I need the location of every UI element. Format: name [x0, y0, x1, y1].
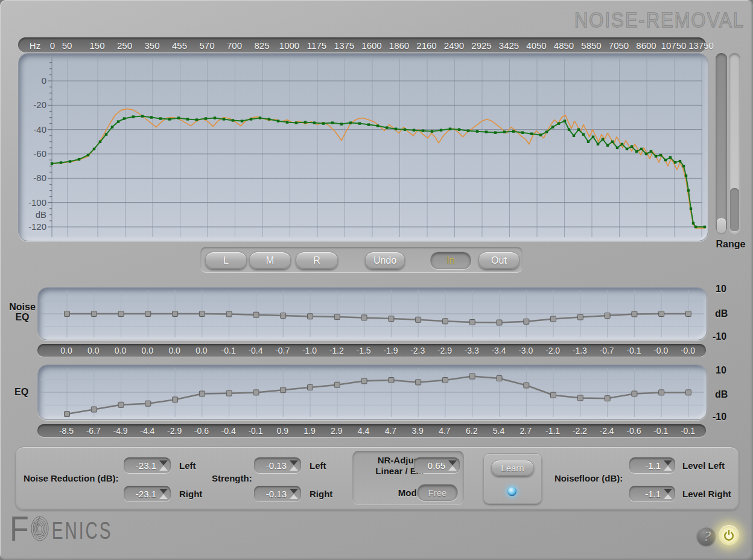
noise-eq-handle[interactable]	[497, 320, 502, 325]
noise-eq-handle[interactable]	[389, 316, 394, 322]
noise-eq-handle[interactable]	[334, 314, 340, 320]
eq-handle[interactable]	[361, 378, 367, 384]
noise-eq-handle[interactable]	[361, 315, 367, 320]
channel-left-button[interactable]: L	[205, 252, 247, 269]
range-label: Range	[713, 239, 748, 250]
eq-handle[interactable]	[469, 374, 475, 379]
noise-reduction-left-channel-label: Left	[179, 460, 196, 471]
noise-eq-editor[interactable]	[37, 287, 707, 340]
noise-eq-handle[interactable]	[577, 314, 583, 320]
range-slider-track[interactable]	[716, 53, 727, 233]
eq-handle[interactable]	[577, 395, 583, 401]
noise-eq-handle[interactable]	[91, 311, 97, 317]
eq-handle[interactable]	[226, 390, 232, 396]
eq-handle[interactable]	[551, 392, 556, 398]
eq-handle[interactable]	[118, 402, 124, 407]
eq-handle[interactable]	[308, 384, 313, 390]
nr-adjust-spinner[interactable]: 0.65	[414, 457, 460, 473]
noise-eq-handle[interactable]	[199, 311, 205, 317]
noise-eq-handle[interactable]	[173, 311, 178, 317]
eq-editor[interactable]	[37, 364, 707, 420]
noise-eq-value: -0.4	[248, 346, 262, 355]
eq-handle[interactable]	[605, 396, 610, 401]
eq-value: 0.9	[277, 426, 288, 436]
noise-eq-handle[interactable]	[442, 319, 448, 324]
eq-handle[interactable]	[442, 378, 448, 383]
help-button[interactable]: ?	[697, 527, 716, 546]
noise-eq-handle[interactable]	[226, 311, 232, 317]
eq-handle[interactable]	[685, 390, 691, 395]
noise-eq-handle[interactable]	[551, 316, 556, 322]
spectrum-marker	[105, 133, 107, 136]
eq-handle[interactable]	[416, 380, 421, 385]
noise-eq-handle[interactable]	[632, 311, 637, 317]
noisefloor-left-spinner[interactable]: -1.1	[629, 457, 675, 473]
eq-handle[interactable]	[281, 387, 286, 393]
eq-value: 6.2	[466, 426, 477, 436]
range-slider-thumb[interactable]	[717, 218, 726, 233]
strength-right-spinner[interactable]: -0.13	[254, 486, 301, 501]
strength-right-channel-label: Right	[310, 489, 332, 499]
freq-label: 250	[117, 40, 132, 50]
noise-reduction-left-spinner[interactable]: -23.1	[124, 457, 171, 473]
spectrum-display[interactable]: 0-20-40-60-80-100-120dB	[18, 53, 708, 241]
learn-button[interactable]: Learn	[491, 460, 534, 476]
eq-handle[interactable]	[145, 401, 151, 406]
eq-handle[interactable]	[632, 391, 637, 396]
noise-eq-handle[interactable]	[524, 319, 529, 324]
spinner-arrows-icon[interactable]	[664, 489, 672, 499]
eq-handle[interactable]	[253, 390, 259, 395]
eq-handle[interactable]	[91, 407, 97, 412]
monitor-out-button[interactable]: Out	[478, 252, 519, 269]
spinner-arrows-icon[interactable]	[290, 460, 298, 471]
noise-eq-handle[interactable]	[253, 312, 259, 317]
noisefloor-right-spinner[interactable]: -1.1	[629, 486, 675, 501]
noise-eq-handle[interactable]	[659, 311, 664, 317]
channel-mid-button[interactable]: M	[249, 252, 291, 269]
spectrum-marker	[205, 117, 207, 119]
noise-eq-handle[interactable]	[281, 313, 286, 319]
spectrum-marker	[349, 121, 352, 124]
range-indicator-track[interactable]	[729, 53, 740, 233]
spinner-arrows-icon[interactable]	[159, 489, 168, 499]
mode-free-button[interactable]: Free	[417, 484, 458, 501]
freq-label: 455	[172, 40, 187, 50]
power-button[interactable]	[719, 525, 739, 546]
eq-handle[interactable]	[65, 412, 70, 417]
monitor-in-button[interactable]: In	[430, 252, 471, 269]
spectrum-marker	[295, 121, 297, 124]
noise-eq-handle[interactable]	[65, 311, 70, 317]
noise-eq-handle[interactable]	[145, 311, 151, 317]
eq-handle[interactable]	[524, 383, 529, 388]
eq-handle[interactable]	[497, 376, 502, 381]
spectrum-marker	[669, 156, 672, 159]
noise-reduction-right-spinner[interactable]: -23.1	[124, 486, 171, 501]
spinner-arrows-icon[interactable]	[290, 489, 298, 499]
undo-button[interactable]: Undo	[365, 252, 405, 269]
db-axis-label: -40	[33, 124, 46, 135]
eq-handle[interactable]	[334, 382, 340, 387]
eq-handle[interactable]	[173, 397, 178, 402]
spectrum-marker	[259, 116, 261, 119]
eq-value: 1.9	[303, 426, 315, 436]
noise-eq-handle[interactable]	[685, 311, 691, 317]
channel-right-button[interactable]: R	[296, 252, 338, 269]
noise-eq-handle[interactable]	[416, 317, 421, 322]
db-axis-label: -20	[33, 100, 46, 110]
eq-handle[interactable]	[389, 378, 394, 383]
help-question-icon: ?	[703, 529, 710, 544]
spectrum-marker	[655, 155, 657, 158]
noise-eq-handle[interactable]	[605, 313, 610, 319]
noisefloor-left-value: -1.1	[645, 460, 661, 471]
spinner-arrows-icon[interactable]	[664, 460, 672, 471]
eq-handle[interactable]	[659, 390, 664, 395]
noise-eq-handle[interactable]	[469, 320, 475, 325]
noise-eq-handle[interactable]	[308, 314, 313, 319]
spectrum-marker	[606, 144, 609, 147]
noise-eq-scale-top: 10	[716, 284, 726, 294]
spinner-arrows-icon[interactable]	[159, 460, 168, 471]
spinner-arrows-icon[interactable]	[448, 460, 457, 471]
noise-eq-handle[interactable]	[118, 311, 124, 317]
eq-handle[interactable]	[199, 391, 205, 396]
strength-left-spinner[interactable]: -0.13	[254, 457, 301, 473]
